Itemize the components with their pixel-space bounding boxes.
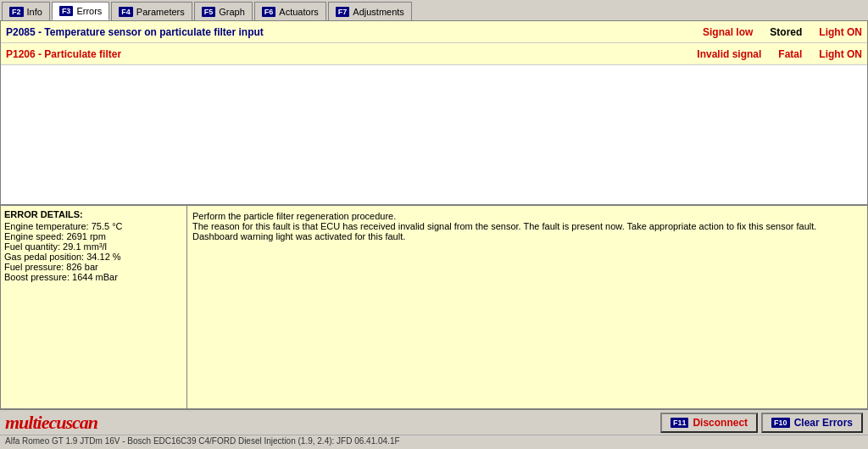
tab-graph-label: Graph	[219, 7, 245, 17]
clear-errors-label: Clear Errors	[794, 417, 853, 429]
empty-area	[1, 65, 867, 205]
error-1-stored: Stored	[770, 26, 802, 38]
disconnect-label: Disconnect	[693, 417, 748, 429]
info-bar-text: Alfa Romeo GT 1.9 JTDm 16V - Bosch EDC16…	[5, 436, 400, 446]
fkey-f6: F6	[262, 7, 276, 17]
tab-adjustments[interactable]: F7 Adjustments	[328, 2, 412, 20]
fkey-f3: F3	[59, 6, 74, 16]
error-details-panel: ERROR DETAILS: Engine temperature: 75.5 …	[1, 206, 187, 408]
error-detail-boost-pressure: Boost pressure: 1644 mBar	[4, 272, 183, 282]
error-detail-gas-pedal: Gas pedal position: 34.12 %	[4, 252, 183, 262]
tab-actuators-label: Actuators	[279, 7, 318, 17]
status-bar: multiecuscan F11 Disconnect F10 Clear Er…	[0, 409, 868, 435]
description-panel: Perform the particle filter regeneration…	[187, 206, 867, 408]
tab-actuators[interactable]: F6 Actuators	[254, 2, 326, 20]
fkey-f2: F2	[9, 7, 24, 17]
error-1-signal: Signal low	[703, 26, 753, 38]
bottom-split: ERROR DETAILS: Engine temperature: 75.5 …	[1, 205, 867, 408]
tab-errors[interactable]: F3 Errors	[52, 2, 109, 20]
fkey-f7: F7	[336, 7, 350, 17]
error-2-light: Light ON	[819, 48, 862, 60]
error-detail-fuel-pressure: Fuel pressure: 826 bar	[4, 262, 183, 272]
error-row-1[interactable]: P2085 - Temperature sensor on particulat…	[1, 21, 867, 43]
error-row-2[interactable]: P1206 - Particulate filter Invalid signa…	[1, 43, 867, 65]
disconnect-button[interactable]: F11 Disconnect	[660, 413, 758, 433]
tab-info[interactable]: F2 Info	[2, 2, 50, 20]
tab-parameters-label: Parameters	[136, 7, 185, 17]
logo: multiecuscan	[5, 412, 97, 434]
error-detail-engine-temp: Engine temperature: 75.5 °C	[4, 221, 183, 231]
description-text: Perform the particle filter regeneration…	[192, 211, 862, 241]
tab-adjustments-label: Adjustments	[353, 7, 404, 17]
main-content: P2085 - Temperature sensor on particulat…	[0, 20, 868, 409]
clear-errors-button[interactable]: F10 Clear Errors	[761, 413, 863, 433]
logo-text: multiecuscan	[5, 412, 97, 433]
tab-graph[interactable]: F5 Graph	[194, 2, 253, 20]
error-details-title: ERROR DETAILS:	[4, 209, 183, 219]
tab-errors-label: Errors	[76, 6, 102, 16]
tab-info-label: Info	[27, 7, 42, 17]
fkey-f10: F10	[771, 418, 790, 428]
error-detail-fuel-quantity: Fuel quantity: 29.1 mm³/l	[4, 241, 183, 252]
error-1-light: Light ON	[819, 26, 862, 38]
fkey-f4: F4	[119, 7, 133, 17]
info-bar: Alfa Romeo GT 1.9 JTDm 16V - Bosch EDC16…	[0, 435, 868, 448]
error-1-code: P2085 - Temperature sensor on particulat…	[6, 26, 264, 38]
tab-parameters[interactable]: F4 Parameters	[111, 2, 192, 20]
error-detail-engine-speed: Engine speed: 2691 rpm	[4, 231, 183, 241]
fkey-f5: F5	[202, 7, 216, 17]
tab-bar: F2 Info F3 Errors F4 Parameters F5 Graph…	[0, 0, 868, 20]
error-2-signal: Invalid signal	[697, 48, 761, 60]
fkey-f11: F11	[670, 418, 689, 428]
error-2-code: P1206 - Particulate filter	[6, 48, 121, 60]
error-2-stored: Fatal	[778, 48, 802, 60]
